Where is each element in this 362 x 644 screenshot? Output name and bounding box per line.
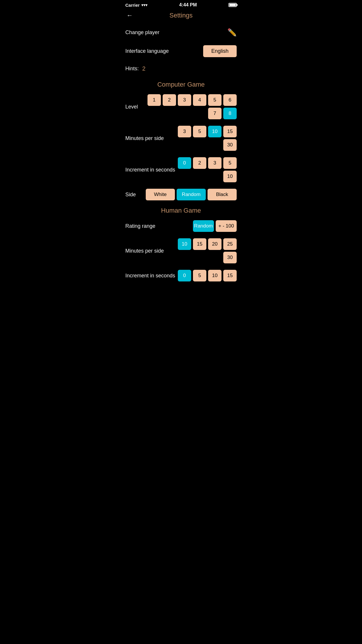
interface-language-label: Interface language (125, 48, 169, 54)
option-button-3[interactable]: 3 (178, 126, 191, 137)
cg-minutes-buttons: 35101530 (164, 126, 237, 151)
option-button-0[interactable]: 0 (178, 157, 191, 169)
rating-range-label: Rating range (125, 223, 155, 229)
hg-minutes-buttons: 1015202530 (164, 238, 237, 263)
option-button-5[interactable]: 5 (193, 126, 206, 137)
option-button-25[interactable]: 25 (223, 238, 237, 250)
option-button-3[interactable]: 3 (208, 157, 222, 169)
side-buttons: WhiteRandomBlack (146, 189, 237, 200)
content: Change player ✏️ Interface language Engl… (121, 24, 241, 297)
page-title: Settings (169, 12, 193, 19)
status-bar: Carrier ▾▾▾ 4:44 PM (121, 0, 241, 9)
change-player-label: Change player (125, 29, 159, 36)
status-right (229, 3, 237, 7)
option-button-0[interactable]: 0 (178, 270, 191, 281)
level-label: Level (125, 104, 138, 110)
option-button-3[interactable]: 3 (178, 94, 191, 106)
wifi-icon: ▾▾▾ (141, 3, 147, 7)
hg-minutes-row: Minutes per side 1015202530 (125, 238, 237, 263)
hg-increment-label: Increment in seconds (125, 273, 175, 279)
option-button-20[interactable]: 20 (208, 238, 222, 250)
option-button-15[interactable]: 15 (223, 270, 237, 281)
option-button-2[interactable]: 2 (163, 94, 176, 106)
option-button-random[interactable]: Random (193, 220, 214, 232)
option-button-5[interactable]: 5 (208, 94, 222, 106)
side-label: Side (125, 192, 136, 198)
side-button-random[interactable]: Random (177, 189, 206, 200)
rating-range-buttons: Random+ - 100 (193, 220, 237, 232)
option-button-30[interactable]: 30 (223, 139, 237, 151)
status-left: Carrier ▾▾▾ (125, 3, 147, 8)
time-label: 4:44 PM (179, 2, 197, 8)
hg-increment-buttons: 051015 (178, 270, 237, 281)
battery-icon (229, 3, 237, 7)
cg-increment-buttons: 023510 (175, 157, 237, 182)
option-button----100[interactable]: + - 100 (216, 220, 237, 232)
side-button-white[interactable]: White (146, 189, 175, 200)
computer-game-section-title: Computer Game (125, 81, 237, 88)
option-button-2[interactable]: 2 (193, 157, 206, 169)
cg-increment-label: Increment in seconds (125, 167, 175, 173)
option-button-6[interactable]: 6 (223, 94, 237, 106)
option-button-10[interactable]: 10 (223, 171, 237, 182)
hints-value: 2 (142, 65, 145, 72)
option-button-7[interactable]: 7 (208, 108, 222, 119)
change-player-row: Change player ✏️ (125, 24, 237, 41)
option-button-5[interactable]: 5 (223, 157, 237, 169)
hints-label: Hints: (125, 66, 139, 72)
side-row: Side WhiteRandomBlack (125, 189, 237, 200)
option-button-10[interactable]: 10 (208, 126, 222, 137)
option-button-10[interactable]: 10 (208, 270, 222, 281)
option-button-30[interactable]: 30 (223, 252, 237, 263)
human-game-section-title: Human Game (125, 207, 237, 214)
rating-range-row: Rating range Random+ - 100 (125, 220, 237, 232)
option-button-8[interactable]: 8 (223, 108, 237, 119)
option-button-4[interactable]: 4 (193, 94, 206, 106)
language-button[interactable]: English (203, 45, 237, 57)
header: ← Settings (121, 9, 241, 24)
level-row: Level 12345678 (125, 94, 237, 119)
carrier-label: Carrier (125, 3, 140, 8)
option-button-15[interactable]: 15 (193, 238, 206, 250)
interface-language-row: Interface language English (125, 41, 237, 61)
cg-minutes-label: Minutes per side (125, 135, 164, 141)
option-button-15[interactable]: 15 (223, 126, 237, 137)
cg-increment-row: Increment in seconds 023510 (125, 157, 237, 182)
hints-row: Hints: 2 (125, 61, 237, 78)
edit-icon[interactable]: ✏️ (227, 28, 237, 37)
hg-increment-row: Increment in seconds 051015 (125, 270, 237, 281)
option-button-10[interactable]: 10 (178, 238, 191, 250)
hg-minutes-label: Minutes per side (125, 248, 164, 254)
option-button-1[interactable]: 1 (147, 94, 161, 106)
level-buttons: 12345678 (138, 94, 237, 119)
cg-minutes-row: Minutes per side 35101530 (125, 126, 237, 151)
side-button-black[interactable]: Black (208, 189, 237, 200)
option-button-5[interactable]: 5 (193, 270, 206, 281)
back-button[interactable]: ← (125, 10, 134, 20)
